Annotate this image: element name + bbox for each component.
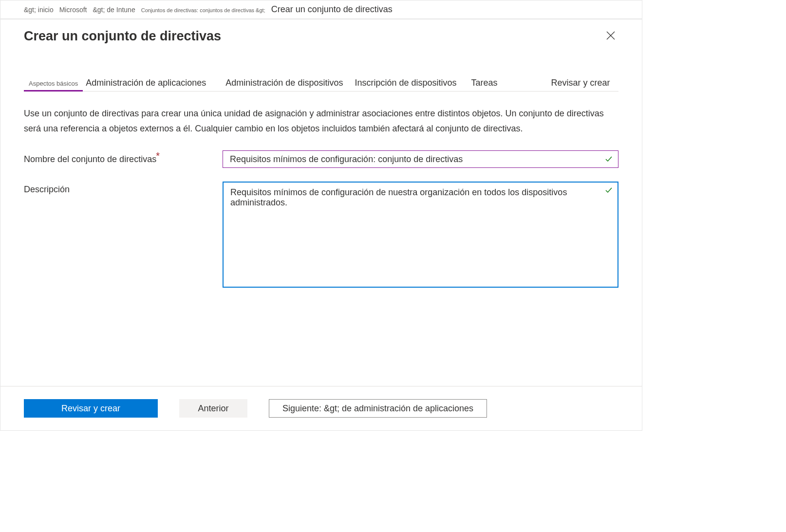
description-textarea[interactable]: Requisitos mínimos de configuración de n… [223,182,618,288]
tab-assignments[interactable]: Tareas [467,75,503,91]
intro-description: Use un conjunto de directivas para crear… [24,106,618,136]
breadcrumb-item[interactable]: &gt; de Intune [93,6,135,14]
tab-app-management[interactable]: Administración de aplicaciones [81,75,211,91]
breadcrumb-current: Crear un conjunto de directivas [271,4,393,15]
checkmark-icon [605,155,613,163]
description-label: Descripción [24,182,223,289]
tab-device-management[interactable]: Administración de dispositivos [221,75,348,91]
close-button[interactable] [603,28,618,44]
name-input[interactable] [223,150,618,168]
breadcrumb: &gt; inicio Microsoft &gt; de Intune Con… [0,0,642,19]
name-label: Nombre del conjunto de directivas* [24,150,223,168]
page-title: Crear un conjunto de directivas [24,29,221,44]
form-row-name: Nombre del conjunto de directivas* [24,150,618,168]
breadcrumb-item[interactable]: Conjuntos de directivas: conjuntos de di… [141,7,265,13]
breadcrumb-item[interactable]: &gt; inicio [24,6,54,14]
previous-button[interactable]: Anterior [179,399,247,418]
checkmark-icon [605,186,613,194]
wizard-tabs: Aspectos básicos Administración de aplic… [24,75,618,92]
close-icon [606,31,615,41]
breadcrumb-item[interactable]: Microsoft [59,6,87,14]
tab-device-enrollment[interactable]: Inscripción de dispositivos [350,75,461,91]
tab-basics[interactable]: Aspectos básicos [24,77,83,92]
footer-actions: Revisar y crear Anterior Siguiente: &gt;… [0,386,642,430]
form-row-description: Descripción Requisitos mínimos de config… [24,182,618,289]
tab-review-create[interactable]: Revisar y crear [546,75,615,91]
review-create-button[interactable]: Revisar y crear [24,399,158,418]
required-indicator: * [156,150,160,161]
next-button[interactable]: Siguiente: &gt; de administración de apl… [269,399,487,418]
